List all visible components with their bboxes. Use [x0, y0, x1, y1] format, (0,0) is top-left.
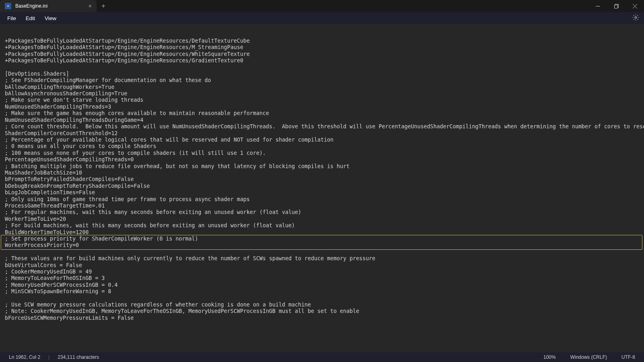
editor-line[interactable]: [DevOptions.Shaders] [5, 71, 639, 77]
text-editor[interactable]: +PackagesToBeFullyLoadedAtStartup=/Engin… [0, 24, 644, 352]
editor-line[interactable]: bForceUseSCWMemoryPressureLimits = False [5, 315, 639, 321]
editor-line[interactable]: bPromptToRetryFailedShaderCompiles=False [5, 176, 639, 183]
editor-line[interactable]: NumUnusedShaderCompilingThreads=3 [5, 104, 639, 110]
gear-icon[interactable] [631, 12, 641, 24]
editor-line[interactable]: WorkerTimeToLive=20 [5, 216, 639, 222]
editor-line[interactable]: ; MemoryToLeaveForTheOSInGB = 3 [5, 275, 639, 282]
editor-line[interactable]: MaxShaderJobBatchSize=10 [5, 170, 639, 176]
editor-line[interactable]: bDebugBreakOnPromptToRetryShaderCompile=… [5, 183, 639, 189]
editor-line[interactable]: ; Use SCW memory pressure calculations r… [5, 302, 639, 308]
editor-line[interactable]: +PackagesToBeFullyLoadedAtStartup=/Engin… [5, 58, 639, 64]
editor-line[interactable]: ShaderCompilerCoreCountThreshold=12 [5, 130, 639, 137]
tab-active[interactable]: ≡ BaseEngine.ini × [0, 0, 97, 12]
editor-line[interactable]: ProcessGameThreadTargetTime=.01 [5, 203, 639, 209]
editor-line[interactable]: ; MinSCWsToSpawnBeforeWarning = 8 [5, 288, 639, 295]
maximize-button[interactable] [607, 0, 625, 12]
new-tab-button[interactable]: + [97, 0, 110, 12]
editor-line[interactable]: PercentageUnusedShaderCompilingThreads=0 [5, 156, 639, 163]
editor-line[interactable]: ; These values are for build machines on… [5, 255, 639, 262]
editor-line[interactable]: ; Core count threshold. Below this amoun… [5, 123, 639, 130]
editor-line[interactable]: ; See FShaderCompilingManager for docume… [5, 77, 639, 84]
editor-line[interactable]: ; Only using 10ms of game thread time pe… [5, 196, 639, 203]
editor-line[interactable]: ; 0 means use all your cores to compile … [5, 143, 639, 150]
editor-line[interactable]: bLogJobCompletionTimes=False [5, 189, 639, 196]
editor-line[interactable]: ; Make sure the game has enough cores av… [5, 110, 639, 117]
editor-line[interactable]: ; For regular machines, wait this many s… [5, 209, 639, 216]
editor-line[interactable]: +PackagesToBeFullyLoadedAtStartup=/Engin… [5, 44, 639, 51]
editor-line[interactable]: bUseVirtualCores = False [5, 262, 639, 269]
editor-line[interactable]: WorkerProcessPriority=0 [5, 242, 639, 249]
editor-line[interactable]: ; Percentage of your available logical c… [5, 137, 639, 143]
editor-line[interactable]: ; MemoryUsedPerSCWProcessInGB = 0.4 [5, 282, 639, 288]
status-charcount[interactable]: 234,111 characters [56, 354, 101, 360]
minimize-button[interactable] [588, 0, 607, 12]
tab-title: BaseEngine.ini [15, 3, 47, 9]
status-position[interactable]: Ln 1962, Col 2 [7, 354, 42, 360]
status-encoding[interactable]: UTF-8 [620, 354, 637, 360]
svg-rect-2 [614, 5, 617, 8]
editor-line[interactable]: ; Batching multiple jobs to reduce file … [5, 163, 639, 170]
menu-file[interactable]: File [3, 14, 20, 23]
editor-line[interactable]: ; Note: CookerMemoryUsedInGB, MemoryToLe… [5, 308, 639, 315]
editor-line[interactable] [5, 64, 639, 70]
editor-line[interactable]: +PackagesToBeFullyLoadedAtStartup=/Engin… [5, 38, 639, 44]
editor-line[interactable] [5, 295, 639, 302]
editor-line[interactable]: BuildWorkerTimeToLive=1200 [5, 229, 639, 236]
editor-line[interactable]: ; CookerMemoryUsedInGB = 49 [5, 269, 639, 275]
editor-line[interactable]: +PackagesToBeFullyLoadedAtStartup=/Engin… [5, 51, 639, 58]
svg-point-5 [635, 16, 636, 18]
status-zoom[interactable]: 100% [542, 354, 557, 360]
menu-view[interactable]: View [41, 14, 60, 23]
file-icon: ≡ [5, 3, 11, 9]
editor-line[interactable]: ; 100 means use none of your cores to co… [5, 150, 639, 156]
menu-edit[interactable]: Edit [22, 14, 39, 23]
editor-line[interactable]: bAllowCompilingThroughWorkers=True [5, 84, 639, 90]
status-divider: | [48, 354, 50, 360]
status-eol[interactable]: Windows (CRLF) [569, 354, 609, 360]
editor-line[interactable]: bAllowAsynchronousShaderCompiling=True [5, 90, 639, 97]
tab-close-button[interactable]: × [89, 3, 92, 9]
editor-line[interactable]: ; Set process priority for ShaderCompile… [5, 236, 639, 242]
editor-line[interactable] [5, 249, 639, 255]
editor-line[interactable]: ; Make sure we don't starve loading thre… [5, 97, 639, 103]
editor-line[interactable]: ; For build machines, wait this many sec… [5, 222, 639, 229]
editor-line[interactable]: NumUnusedShaderCompilingThreadsDuringGam… [5, 117, 639, 123]
close-button[interactable] [625, 0, 644, 12]
